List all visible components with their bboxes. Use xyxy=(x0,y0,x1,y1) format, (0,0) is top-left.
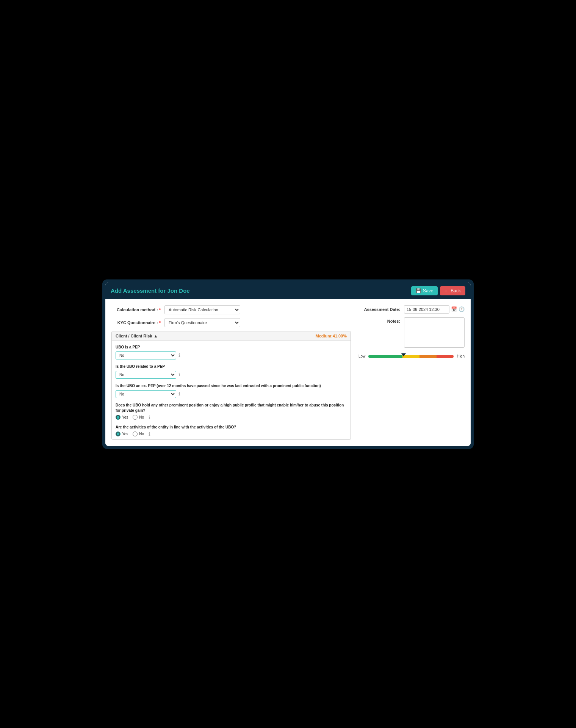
question-ubo-is-pep-label: UBO is a PEP xyxy=(116,345,347,350)
modal-header: Add Assessment for Jon Doe 💾 Save ← Back xyxy=(105,282,471,299)
clock-icon: 🕐 xyxy=(459,306,465,312)
question-ubo-related-pep-label: Is the UBO related to a PEP xyxy=(116,364,347,369)
ubo-ex-pep-select[interactable]: No Yes xyxy=(116,390,176,398)
header-buttons: 💾 Save ← Back xyxy=(411,286,465,295)
save-button[interactable]: 💾 Save xyxy=(411,286,438,295)
ubo-is-pep-info-icon[interactable]: ℹ xyxy=(178,353,180,358)
kyc-questionnaire-select[interactable]: Firm's Questionnaire xyxy=(164,318,240,327)
risk-segment-red xyxy=(437,355,454,358)
section-score: Medium:41.00% xyxy=(315,334,347,338)
calendar-button[interactable]: 📅 xyxy=(451,306,457,312)
assessment-date-input-wrapper: 📅 🕐 xyxy=(404,305,465,314)
kyc-questionnaire-required: * xyxy=(159,320,161,325)
prominent-position-no-radio[interactable] xyxy=(133,415,138,420)
activities-inline-no[interactable]: No xyxy=(133,431,144,436)
calculation-method-required: * xyxy=(159,308,161,312)
question-ubo-related-pep: Is the UBO related to a PEP No Yes ℹ xyxy=(116,364,347,379)
activities-inline-yes[interactable]: Yes xyxy=(116,431,128,436)
notes-textarea[interactable] xyxy=(404,317,465,348)
question-ubo-ex-pep-label: Is the UBO an ex- PEP (over 12 months ha… xyxy=(116,383,347,389)
calculation-method-row: Calculation method : * Automatic Risk Ca… xyxy=(111,305,351,314)
question-prominent-position-radio-row: Yes No ℹ xyxy=(116,415,347,420)
section-title: Client / Client Risk ▲ xyxy=(116,334,158,338)
question-prominent-position-label: Does the UBO hold any other prominent po… xyxy=(116,403,347,413)
save-icon: 💾 xyxy=(416,288,421,293)
question-prominent-position: Does the UBO hold any other prominent po… xyxy=(116,403,347,420)
ubo-related-pep-info-icon[interactable]: ℹ xyxy=(178,372,180,377)
risk-bar-track xyxy=(368,355,454,358)
ubo-ex-pep-info-icon[interactable]: ℹ xyxy=(178,391,180,397)
risk-bar-low-label: Low xyxy=(358,354,365,358)
prominent-position-info-icon[interactable]: ℹ xyxy=(149,415,150,420)
calculation-method-label: Calculation method : * xyxy=(111,308,164,312)
modal-content: Calculation method : * Automatic Risk Ca… xyxy=(105,299,471,446)
kyc-questionnaire-label: KYC Questionnaire : * xyxy=(111,320,164,325)
modal-inner: Add Assessment for Jon Doe 💾 Save ← Back xyxy=(105,282,471,446)
question-ubo-is-pep-row: No Yes ℹ xyxy=(116,351,347,359)
prominent-position-yes-radio[interactable] xyxy=(116,415,121,420)
section-panel: Client / Client Risk ▲ Medium:41.00% UBO… xyxy=(111,331,351,440)
left-panel: Calculation method : * Automatic Risk Ca… xyxy=(111,305,351,440)
risk-segment-orange xyxy=(419,355,437,358)
question-activities-inline: Are the activities of the entity in line… xyxy=(116,425,347,437)
risk-bar-section: Low High xyxy=(358,354,465,359)
prominent-position-no[interactable]: No xyxy=(133,415,144,420)
notes-row: Notes: xyxy=(358,317,465,348)
modal-title: Add Assessment for Jon Doe xyxy=(111,287,190,294)
modal-wrapper: Add Assessment for Jon Doe 💾 Save ← Back xyxy=(102,279,474,449)
notes-label: Notes: xyxy=(358,317,404,323)
assessment-date-input[interactable] xyxy=(404,305,449,314)
risk-segment-green xyxy=(368,355,402,358)
question-activities-inline-label: Are the activities of the entity in line… xyxy=(116,425,347,430)
activities-inline-info-icon[interactable]: ℹ xyxy=(149,431,150,437)
calculation-method-select[interactable]: Automatic Risk Calculation xyxy=(164,305,240,314)
question-ubo-ex-pep-row: No Yes ℹ xyxy=(116,390,347,398)
question-ubo-ex-pep: Is the UBO an ex- PEP (over 12 months ha… xyxy=(116,383,347,398)
question-activities-inline-radio-row: Yes No ℹ xyxy=(116,431,347,437)
question-ubo-is-pep: UBO is a PEP No Yes ℹ xyxy=(116,345,347,359)
activities-inline-yes-radio[interactable] xyxy=(116,431,121,436)
ubo-related-pep-select[interactable]: No Yes xyxy=(116,371,176,379)
risk-indicator xyxy=(401,353,406,356)
section-header: Client / Client Risk ▲ Medium:41.00% xyxy=(112,331,351,341)
assessment-date-label: Assessment Date: xyxy=(358,307,404,312)
risk-bar-container xyxy=(368,354,454,359)
chevron-up-icon: ▲ xyxy=(154,334,158,338)
back-arrow-icon: ← xyxy=(445,288,449,293)
ubo-is-pep-select[interactable]: No Yes xyxy=(116,351,176,359)
risk-indicator-arrow xyxy=(401,353,406,356)
section-scroll[interactable]: UBO is a PEP No Yes ℹ Is the U xyxy=(112,341,351,439)
risk-bar-high-label: High xyxy=(457,354,465,358)
question-ubo-related-pep-row: No Yes ℹ xyxy=(116,371,347,379)
back-button[interactable]: ← Back xyxy=(440,286,465,295)
right-panel: Assessment Date: 📅 🕐 Notes: xyxy=(358,305,465,440)
activities-inline-no-radio[interactable] xyxy=(133,431,138,436)
assessment-date-row: Assessment Date: 📅 🕐 xyxy=(358,305,465,314)
calendar-icon: 📅 xyxy=(451,306,457,312)
clock-button[interactable]: 🕐 xyxy=(459,306,465,312)
kyc-questionnaire-row: KYC Questionnaire : * Firm's Questionnai… xyxy=(111,318,351,327)
prominent-position-yes[interactable]: Yes xyxy=(116,415,128,420)
